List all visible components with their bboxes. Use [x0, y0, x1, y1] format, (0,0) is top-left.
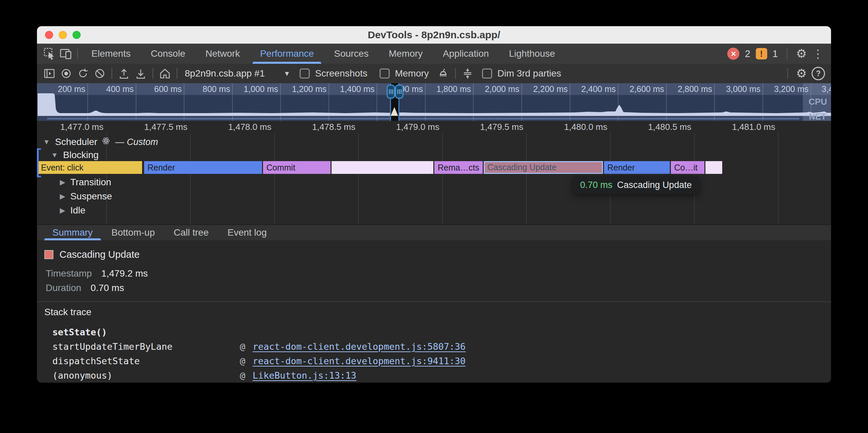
- flame-chart[interactable]: ▼ Scheduler — Custom ▼ Blocking Event: c…: [37, 133, 831, 224]
- settings-gear-icon[interactable]: ⚙: [796, 48, 807, 60]
- stack-at-symbol: @: [240, 370, 253, 380]
- screenshots-checkbox[interactable]: Screenshots: [300, 68, 368, 79]
- stack-frame: startUpdateTimerByLane@react-dom-client.…: [53, 339, 824, 354]
- overview-tick-label: 1,400 ms: [328, 83, 375, 95]
- upload-profile-icon[interactable]: [116, 65, 132, 82]
- stack-source-link[interactable]: react-dom-client.development.js:9411:30: [253, 356, 466, 366]
- detail-ruler: 1,477.0 ms1,477.5 ms1,478.0 ms1,478.5 ms…: [37, 121, 831, 133]
- device-toolbar-icon[interactable]: [58, 44, 74, 64]
- react-atom-icon: [101, 136, 111, 148]
- event-bar[interactable]: Commit: [263, 161, 331, 174]
- expand-arrow-icon[interactable]: ▶: [60, 192, 65, 200]
- event-bar[interactable]: Cascading Update: [484, 161, 603, 174]
- more-options-icon[interactable]: ⋮: [812, 48, 824, 59]
- capture-settings-gear-icon[interactable]: ⚙: [796, 67, 807, 79]
- summary-field: Duration0.70 ms: [46, 280, 148, 295]
- field-value: 0.70 ms: [91, 282, 124, 293]
- tab-console[interactable]: Console: [141, 44, 195, 64]
- overview-tick-label: 600 ms: [135, 83, 182, 95]
- overview-tick-label: 1,800 ms: [424, 83, 471, 95]
- selection-right-handle[interactable]: [395, 85, 403, 99]
- tab-network[interactable]: Network: [195, 44, 250, 64]
- collapse-sections-icon[interactable]: [459, 65, 476, 82]
- tab-application[interactable]: Application: [433, 44, 499, 64]
- selection-left-handle[interactable]: [386, 85, 395, 99]
- help-icon[interactable]: ?: [812, 67, 825, 80]
- record-and-reload-icon[interactable]: [74, 65, 91, 82]
- stack-source-link[interactable]: LikeButton.js:13:13: [253, 370, 356, 380]
- clear-icon[interactable]: [91, 65, 108, 82]
- event-bar[interactable]: [332, 161, 433, 174]
- event-bar[interactable]: Rema…cts: [434, 161, 483, 174]
- selected-event-legend: Cascading Update: [44, 249, 140, 260]
- timeline-overview[interactable]: 200 ms400 ms600 ms800 ms1,000 ms1,200 ms…: [37, 83, 831, 121]
- ruler-tick-label: 1,478.0 ms: [218, 121, 271, 133]
- event-bar[interactable]: [705, 161, 722, 174]
- track-scheduler[interactable]: ▼ Scheduler — Custom: [37, 136, 831, 148]
- event-row: Event: clickRenderCommitRema…ctsCascadin…: [37, 161, 831, 174]
- track-idle[interactable]: ▶Idle: [37, 204, 831, 217]
- download-profile-icon[interactable]: [132, 65, 149, 82]
- checkbox-icon[interactable]: [300, 68, 310, 78]
- event-tooltip: 0.70 ms Cascading Update: [573, 176, 699, 194]
- ruler-tick-label: 1,481.0 ms: [721, 121, 775, 133]
- collapse-arrow-icon[interactable]: ▼: [51, 151, 58, 159]
- overview-tick-label: 800 ms: [183, 83, 230, 95]
- overview-tick-label: 2,400 ms: [569, 83, 616, 95]
- screenshots-label: Screenshots: [315, 68, 368, 79]
- checkbox-icon[interactable]: [380, 68, 390, 78]
- track-label: Suspense: [70, 191, 112, 202]
- selection-cpu-peak: [391, 107, 398, 116]
- checkbox-icon[interactable]: [482, 68, 492, 78]
- toggle-sidebar-icon[interactable]: [41, 65, 58, 82]
- collapse-arrow-icon[interactable]: ▼: [43, 138, 50, 146]
- expand-arrow-icon[interactable]: ▶: [60, 178, 65, 186]
- tab-summary[interactable]: Summary: [43, 225, 102, 240]
- minimize-window-button[interactable]: [59, 31, 67, 39]
- memory-checkbox[interactable]: Memory: [380, 68, 429, 79]
- tab-bottom-up[interactable]: Bottom-up: [102, 225, 164, 240]
- ruler-tick-label: 1,479.5 ms: [470, 121, 523, 133]
- track-blocking[interactable]: ▼ Blocking: [37, 149, 831, 162]
- overview-tick-label: 3,000 ms: [713, 83, 761, 95]
- record-icon[interactable]: [58, 65, 74, 82]
- tab-lighthouse[interactable]: Lighthouse: [499, 44, 565, 64]
- inspect-element-icon[interactable]: [42, 44, 58, 64]
- overview-tick-label: 2,200 ms: [521, 83, 568, 95]
- stack-source-link[interactable]: react-dom-client.development.js:5807:36: [253, 341, 466, 352]
- overview-tick-label: 2,600 ms: [617, 83, 664, 95]
- event-bar[interactable]: Event: click: [38, 161, 142, 174]
- tab-event-log[interactable]: Event log: [218, 225, 276, 240]
- tab-memory[interactable]: Memory: [379, 44, 433, 64]
- history-select-value: 8p2n9n.csb.app #1: [185, 68, 265, 79]
- close-window-button[interactable]: [45, 31, 53, 39]
- tab-elements[interactable]: Elements: [81, 44, 141, 64]
- tab-call-tree[interactable]: Call tree: [164, 225, 218, 240]
- collect-garbage-icon[interactable]: [435, 65, 452, 82]
- ruler-tick-label: 1,477.5 ms: [134, 121, 187, 133]
- event-bar[interactable]: Render: [144, 161, 262, 174]
- history-select[interactable]: 8p2n9n.csb.app #1 ▼: [185, 68, 290, 79]
- expand-arrow-icon[interactable]: ▶: [60, 206, 65, 214]
- track-suspense[interactable]: ▶Suspense: [37, 190, 831, 203]
- error-badge-icon[interactable]: ×: [727, 48, 739, 60]
- main-tabs: ElementsConsoleNetworkPerformanceSources…: [81, 44, 565, 64]
- dim-3rd-parties-checkbox[interactable]: Dim 3rd parties: [482, 68, 561, 79]
- zoom-window-button[interactable]: [72, 31, 81, 39]
- home-icon[interactable]: [157, 65, 173, 82]
- overview-tick-label: 2,000 ms: [472, 83, 519, 95]
- performance-toolbar: 8p2n9n.csb.app #1 ▼ Screenshots Memory: [37, 64, 831, 83]
- track-transition[interactable]: ▶Transition: [37, 176, 831, 189]
- dim-3rd-parties-label: Dim 3rd parties: [497, 68, 561, 79]
- track-suffix: — Custom: [115, 137, 158, 147]
- warning-badge-icon[interactable]: !: [756, 48, 767, 59]
- stack-trace-title: Stack trace: [44, 307, 91, 318]
- field-value: 1,479.2 ms: [101, 268, 148, 279]
- tab-performance[interactable]: Performance: [250, 44, 324, 64]
- event-bar[interactable]: Render: [604, 161, 670, 174]
- event-bar[interactable]: Co…it: [671, 161, 705, 174]
- tab-sources[interactable]: Sources: [324, 44, 379, 64]
- tooltip-title: Cascading Update: [617, 180, 692, 190]
- chevron-down-icon: ▼: [283, 70, 290, 77]
- divider: [153, 68, 153, 79]
